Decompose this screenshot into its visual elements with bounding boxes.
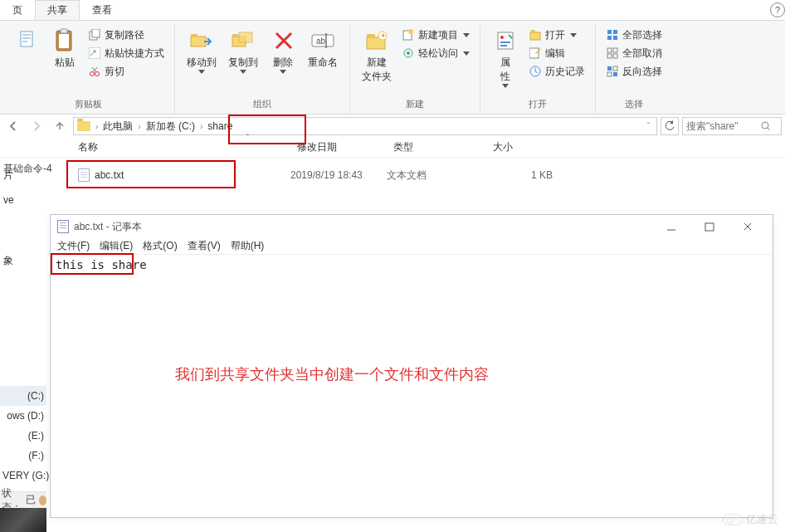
dropdown-icon bbox=[240, 70, 246, 74]
group-select-label: 选择 bbox=[625, 96, 643, 114]
svg-rect-44 bbox=[613, 66, 617, 71]
cut-button[interactable]: 剪切 bbox=[85, 62, 168, 81]
properties-button[interactable]: 属 性 bbox=[487, 26, 524, 90]
svg-rect-42 bbox=[613, 54, 617, 58]
search-input[interactable] bbox=[686, 120, 761, 132]
history-button[interactable]: 历史记录 bbox=[525, 62, 588, 81]
crumb-this-pc[interactable]: 此电脑 bbox=[100, 120, 136, 134]
move-to-button[interactable]: 移动到 bbox=[182, 26, 222, 76]
tab-share[interactable]: 共享 bbox=[35, 0, 80, 20]
easy-access-button[interactable]: 轻松访问 bbox=[398, 44, 473, 62]
ribbon-group-organize: 移动到 复制到 删除 ab 重命名 组织 bbox=[175, 24, 350, 114]
drive-c[interactable]: (C:) bbox=[0, 386, 46, 406]
dropdown-icon bbox=[280, 70, 286, 74]
delete-button[interactable]: 删除 bbox=[265, 26, 301, 76]
dropdown-icon bbox=[463, 33, 470, 37]
open-button[interactable]: 打开 bbox=[525, 26, 588, 44]
nav-item[interactable]: 象 bbox=[0, 251, 48, 271]
search-box[interactable] bbox=[682, 117, 782, 135]
column-type[interactable]: 类型 bbox=[387, 140, 486, 154]
svg-rect-5 bbox=[61, 29, 67, 33]
close-button[interactable] bbox=[736, 218, 759, 235]
tab-home-truncated[interactable]: 页 bbox=[0, 0, 35, 21]
dropdown-icon bbox=[502, 84, 509, 88]
edit-icon bbox=[529, 46, 542, 60]
tab-view[interactable]: 查看 bbox=[80, 0, 124, 21]
file-row[interactable]: abc.txt 2019/8/19 18:43 文本文档 1 KB bbox=[71, 165, 785, 185]
notepad-menu: 文件(F) 编辑(E) 格式(O) 查看(V) 帮助(H) bbox=[51, 238, 773, 255]
pin-icon bbox=[13, 27, 40, 54]
column-size[interactable]: 大小 bbox=[486, 140, 569, 154]
thumbnail-image bbox=[0, 508, 46, 532]
drive-f[interactable]: (F:) bbox=[0, 446, 46, 466]
new-item-button[interactable]: 新建项目 bbox=[398, 26, 473, 44]
svg-text:ab: ab bbox=[316, 37, 326, 46]
notepad-titlebar[interactable]: abc.txt - 记事本 bbox=[51, 215, 773, 238]
menu-edit[interactable]: 编辑(E) bbox=[100, 239, 133, 253]
history-icon bbox=[529, 65, 542, 78]
search-icon bbox=[761, 121, 771, 131]
chevron-right-icon: › bbox=[94, 122, 100, 131]
select-all-icon bbox=[606, 28, 619, 41]
open-icon bbox=[529, 28, 542, 41]
file-date: 2019/8/19 18:43 bbox=[290, 169, 387, 181]
edit-button[interactable]: 编辑 bbox=[525, 44, 588, 62]
nav-item[interactable]: 片 bbox=[0, 165, 48, 186]
menu-help[interactable]: 帮助(H) bbox=[231, 239, 265, 253]
svg-point-25 bbox=[408, 29, 413, 34]
annotation-text: 我们到共享文件夹当中创建一个文件和文件内容 bbox=[175, 364, 489, 384]
paste-shortcut-button[interactable]: 粘贴快捷方式 bbox=[85, 44, 168, 62]
paste-button[interactable]: 粘贴 bbox=[46, 26, 83, 71]
drive-g[interactable]: VERY (G:) bbox=[0, 466, 46, 486]
help-icon[interactable]: ? bbox=[770, 2, 785, 17]
copy-to-button[interactable]: 复制到 bbox=[223, 26, 263, 76]
ribbon-group-clipboard: 粘贴 复制路径 粘贴快捷方式 剪切 剪贴板 bbox=[2, 24, 175, 114]
breadcrumb[interactable]: › 此电脑 › 新加卷 (C:) › share ˆ ˇ bbox=[73, 117, 657, 135]
select-all-button[interactable]: 全部选择 bbox=[602, 26, 666, 44]
menu-view[interactable]: 查看(V) bbox=[188, 239, 221, 253]
drive-e[interactable]: (E:) bbox=[0, 426, 46, 446]
refresh-button[interactable] bbox=[661, 117, 679, 135]
svg-rect-32 bbox=[530, 32, 540, 40]
copy-path-button[interactable]: 复制路径 bbox=[85, 26, 168, 44]
svg-rect-38 bbox=[613, 36, 617, 40]
dropdown-icon[interactable]: ˇ bbox=[647, 122, 650, 131]
drive-d[interactable]: ows (D:) bbox=[0, 406, 46, 426]
column-date[interactable]: 修改日期 bbox=[290, 140, 387, 154]
paste-label: 粘贴 bbox=[55, 56, 75, 70]
maximize-button[interactable] bbox=[698, 218, 721, 235]
group-organize-label: 组织 bbox=[253, 96, 271, 114]
svg-rect-39 bbox=[607, 48, 612, 52]
notepad-body[interactable]: this is share 我们到共享文件夹当中创建一个文件和文件内容 bbox=[51, 255, 773, 275]
invert-selection-button[interactable]: 反向选择 bbox=[602, 62, 666, 81]
crumb-volume[interactable]: 新加卷 (C:) bbox=[143, 120, 198, 134]
svg-rect-13 bbox=[191, 34, 197, 37]
minimize-button[interactable] bbox=[660, 218, 683, 235]
svg-text:✦: ✦ bbox=[380, 32, 387, 40]
new-folder-button[interactable]: ✦ 新建 文件夹 bbox=[357, 26, 397, 85]
svg-rect-37 bbox=[607, 36, 612, 40]
nav-item[interactable]: ve bbox=[0, 191, 48, 209]
ribbon: 粘贴 复制路径 粘贴快捷方式 剪切 剪贴板 bbox=[0, 20, 785, 115]
shortcut-icon bbox=[88, 46, 101, 60]
watermark: 亿速云 bbox=[723, 512, 778, 527]
nav-up-button[interactable] bbox=[50, 116, 70, 136]
invert-selection-icon bbox=[606, 65, 619, 78]
select-none-button[interactable]: 全部取消 bbox=[602, 44, 666, 62]
column-name[interactable]: 名称 bbox=[71, 140, 290, 154]
delete-icon bbox=[270, 27, 296, 54]
crumb-folder[interactable]: share bbox=[204, 120, 236, 132]
move-to-icon bbox=[188, 27, 215, 54]
group-open-label: 打开 bbox=[529, 96, 547, 114]
rename-button[interactable]: ab 重命名 bbox=[303, 26, 343, 71]
menu-file[interactable]: 文件(F) bbox=[57, 239, 90, 253]
svg-point-27 bbox=[407, 51, 410, 55]
menu-format[interactable]: 格式(O) bbox=[143, 239, 177, 253]
nav-back-button[interactable] bbox=[3, 116, 23, 136]
svg-rect-46 bbox=[613, 72, 617, 76]
nav-forward-button[interactable] bbox=[27, 116, 46, 136]
chevron-right-icon: › bbox=[198, 122, 204, 131]
folder-icon bbox=[77, 121, 90, 131]
rename-icon: ab bbox=[310, 27, 336, 54]
pin-button[interactable] bbox=[8, 26, 45, 57]
